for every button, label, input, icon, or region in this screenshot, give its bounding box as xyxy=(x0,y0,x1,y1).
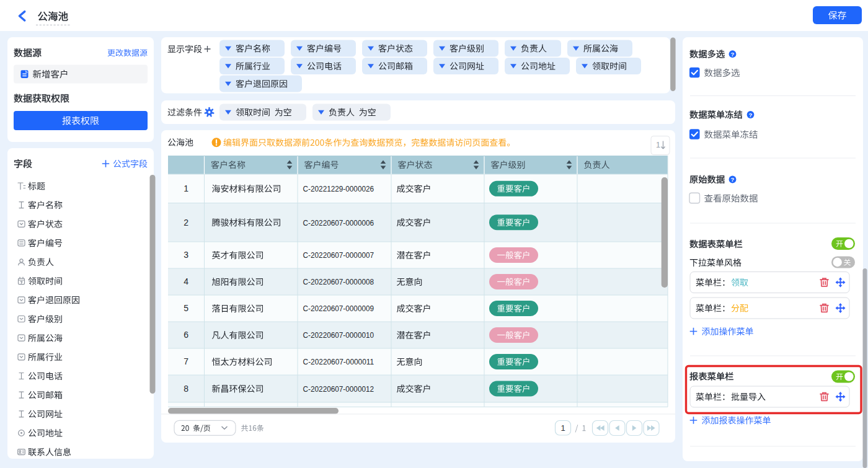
svg-text:C-20220607-0000008: C-20220607-0000008 xyxy=(303,277,374,286)
svg-text:1: 1 xyxy=(656,141,660,149)
svg-text:5: 5 xyxy=(184,303,188,313)
svg-text:C-20221229-0000026: C-20221229-0000026 xyxy=(303,184,374,193)
svg-text:C-20220607-0000006: C-20220607-0000006 xyxy=(303,218,374,227)
svg-text:C-20220607-0000010: C-20220607-0000010 xyxy=(303,330,374,340)
svg-text:1: 1 xyxy=(560,423,565,433)
svg-text:7: 7 xyxy=(184,356,188,366)
svg-text:C-20220607-0000012: C-20220607-0000012 xyxy=(303,384,374,394)
svg-text:C-20220607-0000009: C-20220607-0000009 xyxy=(303,304,374,313)
svg-text:4: 4 xyxy=(184,276,188,286)
svg-text:1: 1 xyxy=(184,183,188,193)
svg-text:C-20220607-0000007: C-20220607-0000007 xyxy=(303,250,374,260)
svg-text:?: ? xyxy=(731,176,735,183)
svg-text:2: 2 xyxy=(184,218,188,227)
svg-text:3: 3 xyxy=(184,250,188,260)
svg-text:8: 8 xyxy=(184,384,188,394)
svg-text:?: ? xyxy=(749,112,753,118)
svg-text:?: ? xyxy=(731,51,735,58)
svg-text:6: 6 xyxy=(184,330,188,340)
svg-text:C-20220607-0000011: C-20220607-0000011 xyxy=(303,357,374,366)
